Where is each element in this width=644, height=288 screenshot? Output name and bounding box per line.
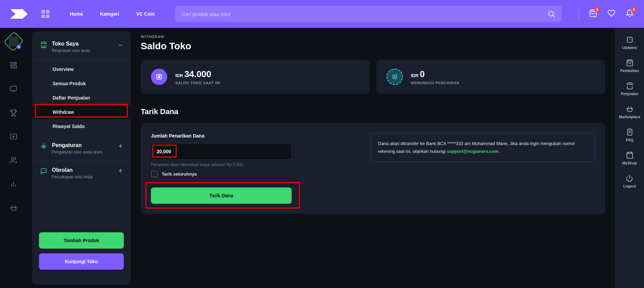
rail-dashboard-icon[interactable] xyxy=(7,58,20,72)
balance-cards: IDR34.000 SALDO TOKO SAAT INI IDR0 MENUN… xyxy=(141,60,605,94)
svg-point-7 xyxy=(12,158,14,160)
rail-chart-icon[interactable] xyxy=(7,177,20,191)
svg-rect-4 xyxy=(11,67,13,68)
rail-updates[interactable]: Updates xyxy=(622,36,637,50)
cart-badge: 5 xyxy=(594,7,600,12)
section-title: Tarik Dana xyxy=(141,107,605,116)
rail-video-icon[interactable] xyxy=(7,130,20,143)
card-saldo: IDR34.000 SALDO TOKO SAAT INI xyxy=(141,60,370,94)
rail-monitor-icon[interactable] xyxy=(7,82,20,96)
sidebar-section-obrolan[interactable]: Obrolan Percakapan toko Anda + xyxy=(32,161,131,185)
toko-title: Toko Saya xyxy=(52,41,90,47)
divider xyxy=(579,7,579,21)
currency: IDR xyxy=(411,73,418,78)
withdraw-form: Jumlah Penarikan Dana Penarikan akan dik… xyxy=(141,123,605,214)
sidebar-buttons: Tambah Produk Kunjungi Toko xyxy=(32,226,131,281)
tarik-dana-button[interactable]: Tarik Dana xyxy=(151,187,292,204)
toggle-icon[interactable]: + xyxy=(118,142,122,150)
store-icon xyxy=(40,41,47,50)
topbar: Home Kategori VC Coin 5 8 xyxy=(0,0,644,28)
chat-icon xyxy=(40,168,47,176)
kunjungi-toko-button[interactable]: Kunjungi Toko xyxy=(39,253,124,270)
balance-amount: 34.000 xyxy=(184,69,211,79)
svg-rect-3 xyxy=(14,65,16,68)
sidebar-item-overview[interactable]: Overview xyxy=(32,62,131,76)
apps-grid-icon[interactable] xyxy=(41,10,50,18)
rail-marketplace[interactable]: Marketplace xyxy=(619,105,641,119)
sidebar-item-riwayat-saldo[interactable]: Riwayat Saldo xyxy=(32,119,131,133)
logo[interactable] xyxy=(10,9,28,19)
svg-point-0 xyxy=(549,11,553,16)
rail-faq[interactable]: FAQ xyxy=(626,128,633,142)
sidebar: Toko Saya Ringkasan toko anda – Overview… xyxy=(32,31,131,285)
sidebar-item-semua-produk[interactable]: Semua Produk xyxy=(32,76,131,91)
pending-icon xyxy=(387,69,403,85)
sidebar-section-toko[interactable]: Toko Saya Ringkasan toko anda – xyxy=(32,35,131,59)
pengaturan-title: Pengaturan xyxy=(52,142,102,148)
rail-pembelian[interactable]: Pembelian xyxy=(620,59,639,73)
cart-icon[interactable]: 5 xyxy=(589,9,597,19)
nav-kategori[interactable]: Kategori xyxy=(100,11,119,17)
page-title: Saldo Toko xyxy=(141,41,605,52)
toggle-icon[interactable]: + xyxy=(118,167,122,175)
toko-subtitle: Ringkasan toko anda xyxy=(52,48,90,53)
rail-logout[interactable]: Logout xyxy=(623,175,636,188)
pengaturan-subtitle: Pengaturan toko anda disini xyxy=(52,150,102,155)
topbar-right: 5 8 xyxy=(579,7,634,21)
support-link[interactable]: support@vcgamers.com xyxy=(447,149,499,154)
sidebar-item-daftar-penjualan[interactable]: Daftar Penjualan xyxy=(32,91,131,105)
heart-icon[interactable] xyxy=(607,9,616,19)
balance-label: SALDO TOKO SAAT INI xyxy=(175,81,220,85)
svg-rect-2 xyxy=(14,62,16,64)
svg-rect-6 xyxy=(11,134,17,139)
tambah-produk-button[interactable]: Tambah Produk xyxy=(39,232,124,249)
rail-penjualan[interactable]: Penjualan xyxy=(621,82,639,96)
card-pending: IDR0 MENUNGGU PENCAIRAN xyxy=(376,60,605,94)
money-icon xyxy=(151,69,167,85)
sidebar-section-pengaturan[interactable]: Pengaturan Pengaturan toko anda disini + xyxy=(32,136,131,161)
nav-vccoin[interactable]: VC Coin xyxy=(136,11,155,17)
bell-icon[interactable]: 8 xyxy=(626,9,634,19)
toggle-icon[interactable]: – xyxy=(119,41,122,49)
transfer-info: Dana akan ditransfer ke Bank BCA *****33… xyxy=(371,133,595,162)
avatar-badge: 1 xyxy=(17,45,21,49)
main-content: WITHDRAW Saldo Toko IDR34.000 SALDO TOKO… xyxy=(131,28,615,288)
checkbox-label: Tarik seluruhnya xyxy=(162,172,197,177)
obrolan-subtitle: Percakapan toko Anda xyxy=(52,175,93,179)
top-nav: Home Kategori VC Coin xyxy=(70,11,155,17)
pending-label: MENUNGGU PENCAIRAN xyxy=(411,81,460,85)
rail-trophy-icon[interactable] xyxy=(7,106,20,120)
amount-label: Jumlah Penarikan Dana xyxy=(151,133,361,139)
search-icon[interactable] xyxy=(547,10,555,19)
search-bar xyxy=(175,6,562,22)
fee-hint: Penarikan akan dikenakan biaya sebesar R… xyxy=(151,162,361,167)
info-period: . xyxy=(499,149,500,154)
amount-input[interactable] xyxy=(151,143,292,160)
bell-badge: 8 xyxy=(631,7,637,12)
rail-myshop[interactable]: MyShop xyxy=(622,151,637,165)
breadcrumb: WITHDRAW xyxy=(141,35,605,39)
rail-avatar[interactable]: 1 xyxy=(7,35,20,48)
rail-basket-icon[interactable] xyxy=(7,201,20,215)
svg-rect-1 xyxy=(11,62,13,65)
left-rail: 1 xyxy=(0,28,27,288)
currency: IDR xyxy=(175,73,183,78)
nav-home[interactable]: Home xyxy=(70,11,83,17)
obrolan-title: Obrolan xyxy=(52,167,93,173)
checkbox[interactable] xyxy=(151,170,158,177)
svg-rect-5 xyxy=(11,86,17,91)
right-rail: Updates Pembelian Penjualan Marketplace … xyxy=(615,28,644,288)
rail-users-icon[interactable] xyxy=(7,154,20,167)
pending-amount: 0 xyxy=(420,69,425,79)
sidebar-items: Overview Semua Produk Daftar Penjualan W… xyxy=(32,59,131,136)
search-input[interactable] xyxy=(175,6,562,22)
checkbox-row[interactable]: Tarik seluruhnya xyxy=(151,170,361,177)
gear-icon xyxy=(40,143,47,151)
sidebar-item-withdraw[interactable]: Withdraw xyxy=(32,105,131,119)
